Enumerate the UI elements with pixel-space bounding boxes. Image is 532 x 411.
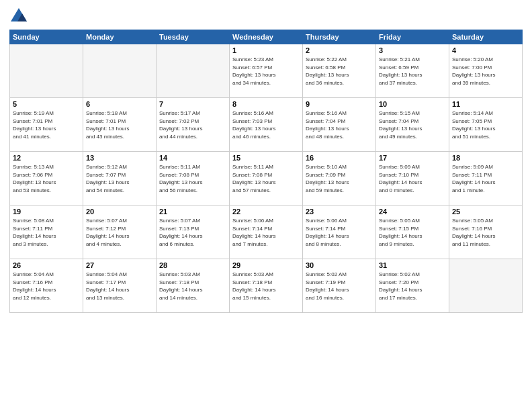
- calendar-cell: 28Sunrise: 5:03 AM Sunset: 7:18 PM Dayli…: [157, 259, 230, 313]
- weekday-header-row: SundayMondayTuesdayWednesdayThursdayFrid…: [10, 30, 523, 44]
- weekday-header-saturday: Saturday: [449, 30, 523, 44]
- day-detail: Sunrise: 5:14 AM Sunset: 7:05 PM Dayligh…: [452, 109, 519, 140]
- day-detail: Sunrise: 5:17 AM Sunset: 7:02 PM Dayligh…: [159, 109, 226, 140]
- day-detail: Sunrise: 5:07 AM Sunset: 7:12 PM Dayligh…: [86, 217, 153, 248]
- calendar-week-5: 26Sunrise: 5:04 AM Sunset: 7:16 PM Dayli…: [10, 259, 523, 313]
- day-number: 3: [379, 46, 446, 54]
- calendar-cell: 25Sunrise: 5:05 AM Sunset: 7:16 PM Dayli…: [449, 205, 523, 259]
- calendar-cell: 9Sunrise: 5:16 AM Sunset: 7:04 PM Daylig…: [303, 98, 376, 152]
- calendar-cell: [83, 44, 157, 98]
- day-detail: Sunrise: 5:21 AM Sunset: 6:59 PM Dayligh…: [379, 56, 446, 87]
- day-detail: Sunrise: 5:16 AM Sunset: 7:04 PM Dayligh…: [306, 109, 373, 140]
- day-number: 21: [159, 208, 226, 216]
- day-number: 6: [86, 100, 153, 108]
- calendar-cell: 14Sunrise: 5:11 AM Sunset: 7:08 PM Dayli…: [157, 152, 230, 205]
- day-number: 14: [159, 154, 226, 162]
- day-detail: Sunrise: 5:02 AM Sunset: 7:19 PM Dayligh…: [306, 271, 373, 302]
- calendar-cell: [10, 44, 83, 98]
- day-number: 17: [379, 154, 446, 162]
- day-detail: Sunrise: 5:11 AM Sunset: 7:08 PM Dayligh…: [232, 163, 300, 194]
- day-number: 23: [306, 208, 373, 216]
- calendar-cell: 2Sunrise: 5:22 AM Sunset: 6:58 PM Daylig…: [303, 44, 376, 98]
- day-number: 4: [452, 46, 519, 54]
- calendar-cell: 20Sunrise: 5:07 AM Sunset: 7:12 PM Dayli…: [83, 205, 157, 259]
- day-number: 13: [86, 154, 153, 162]
- day-number: 26: [13, 261, 80, 269]
- day-number: 16: [306, 154, 373, 162]
- day-number: 11: [452, 100, 519, 108]
- day-number: 19: [13, 208, 80, 216]
- day-detail: Sunrise: 5:23 AM Sunset: 6:57 PM Dayligh…: [232, 56, 300, 87]
- calendar-cell: 12Sunrise: 5:13 AM Sunset: 7:06 PM Dayli…: [10, 152, 83, 205]
- page: SundayMondayTuesdayWednesdayThursdayFrid…: [0, 0, 532, 411]
- day-number: 15: [232, 154, 300, 162]
- day-detail: Sunrise: 5:03 AM Sunset: 7:18 PM Dayligh…: [159, 271, 226, 302]
- calendar-cell: 31Sunrise: 5:02 AM Sunset: 7:20 PM Dayli…: [376, 259, 449, 313]
- day-number: 27: [86, 261, 153, 269]
- calendar-cell: 15Sunrise: 5:11 AM Sunset: 7:08 PM Dayli…: [230, 152, 303, 205]
- weekday-header-tuesday: Tuesday: [157, 30, 230, 44]
- day-detail: Sunrise: 5:06 AM Sunset: 7:14 PM Dayligh…: [232, 217, 300, 248]
- day-number: 2: [306, 46, 373, 54]
- calendar-cell: 27Sunrise: 5:04 AM Sunset: 7:17 PM Dayli…: [83, 259, 157, 313]
- day-number: 10: [379, 100, 446, 108]
- day-number: 12: [13, 154, 80, 162]
- calendar-cell: [449, 259, 523, 313]
- day-detail: Sunrise: 5:10 AM Sunset: 7:09 PM Dayligh…: [306, 163, 373, 194]
- calendar-cell: 29Sunrise: 5:03 AM Sunset: 7:18 PM Dayli…: [230, 259, 303, 313]
- calendar-table: SundayMondayTuesdayWednesdayThursdayFrid…: [9, 30, 523, 313]
- calendar-cell: 18Sunrise: 5:09 AM Sunset: 7:11 PM Dayli…: [449, 152, 523, 205]
- calendar-cell: 13Sunrise: 5:12 AM Sunset: 7:07 PM Dayli…: [83, 152, 157, 205]
- calendar-cell: 23Sunrise: 5:06 AM Sunset: 7:14 PM Dayli…: [303, 205, 376, 259]
- weekday-header-monday: Monday: [83, 30, 157, 44]
- weekday-header-wednesday: Wednesday: [230, 30, 303, 44]
- day-detail: Sunrise: 5:03 AM Sunset: 7:18 PM Dayligh…: [232, 271, 300, 302]
- day-detail: Sunrise: 5:04 AM Sunset: 7:16 PM Dayligh…: [13, 271, 80, 302]
- calendar-cell: 10Sunrise: 5:15 AM Sunset: 7:04 PM Dayli…: [376, 98, 449, 152]
- day-number: 5: [13, 100, 80, 108]
- day-number: 25: [452, 208, 519, 216]
- day-detail: Sunrise: 5:05 AM Sunset: 7:15 PM Dayligh…: [379, 217, 446, 248]
- calendar-cell: 8Sunrise: 5:16 AM Sunset: 7:03 PM Daylig…: [230, 98, 303, 152]
- calendar-cell: 4Sunrise: 5:20 AM Sunset: 7:00 PM Daylig…: [449, 44, 523, 98]
- calendar-week-3: 12Sunrise: 5:13 AM Sunset: 7:06 PM Dayli…: [10, 152, 523, 205]
- calendar-cell: 11Sunrise: 5:14 AM Sunset: 7:05 PM Dayli…: [449, 98, 523, 152]
- weekday-header-sunday: Sunday: [10, 30, 83, 44]
- day-detail: Sunrise: 5:18 AM Sunset: 7:01 PM Dayligh…: [86, 109, 153, 140]
- day-number: 28: [159, 261, 226, 269]
- logo-icon: [9, 7, 28, 26]
- day-detail: Sunrise: 5:20 AM Sunset: 7:00 PM Dayligh…: [452, 56, 519, 87]
- weekday-header-thursday: Thursday: [303, 30, 376, 44]
- day-number: 1: [232, 46, 300, 54]
- day-number: 8: [232, 100, 300, 108]
- day-number: 29: [232, 261, 300, 269]
- day-number: 7: [159, 100, 226, 108]
- calendar-cell: 7Sunrise: 5:17 AM Sunset: 7:02 PM Daylig…: [157, 98, 230, 152]
- calendar-cell: 30Sunrise: 5:02 AM Sunset: 7:19 PM Dayli…: [303, 259, 376, 313]
- calendar-cell: 6Sunrise: 5:18 AM Sunset: 7:01 PM Daylig…: [83, 98, 157, 152]
- day-detail: Sunrise: 5:19 AM Sunset: 7:01 PM Dayligh…: [13, 109, 80, 140]
- calendar-week-2: 5Sunrise: 5:19 AM Sunset: 7:01 PM Daylig…: [10, 98, 523, 152]
- day-number: 31: [379, 261, 446, 269]
- day-number: 18: [452, 154, 519, 162]
- header: [9, 7, 523, 26]
- day-detail: Sunrise: 5:07 AM Sunset: 7:13 PM Dayligh…: [159, 217, 226, 248]
- calendar-cell: 24Sunrise: 5:05 AM Sunset: 7:15 PM Dayli…: [376, 205, 449, 259]
- day-number: 22: [232, 208, 300, 216]
- calendar-cell: 5Sunrise: 5:19 AM Sunset: 7:01 PM Daylig…: [10, 98, 83, 152]
- day-detail: Sunrise: 5:08 AM Sunset: 7:11 PM Dayligh…: [13, 217, 80, 248]
- calendar-cell: 17Sunrise: 5:09 AM Sunset: 7:10 PM Dayli…: [376, 152, 449, 205]
- day-detail: Sunrise: 5:02 AM Sunset: 7:20 PM Dayligh…: [379, 271, 446, 302]
- day-detail: Sunrise: 5:13 AM Sunset: 7:06 PM Dayligh…: [13, 163, 80, 194]
- day-number: 9: [306, 100, 373, 108]
- day-number: 30: [306, 261, 373, 269]
- day-detail: Sunrise: 5:22 AM Sunset: 6:58 PM Dayligh…: [306, 56, 373, 87]
- calendar-cell: 19Sunrise: 5:08 AM Sunset: 7:11 PM Dayli…: [10, 205, 83, 259]
- day-detail: Sunrise: 5:11 AM Sunset: 7:08 PM Dayligh…: [159, 163, 226, 194]
- day-detail: Sunrise: 5:09 AM Sunset: 7:10 PM Dayligh…: [379, 163, 446, 194]
- weekday-header-friday: Friday: [376, 30, 449, 44]
- day-detail: Sunrise: 5:16 AM Sunset: 7:03 PM Dayligh…: [232, 109, 300, 140]
- calendar-cell: 26Sunrise: 5:04 AM Sunset: 7:16 PM Dayli…: [10, 259, 83, 313]
- calendar-cell: 22Sunrise: 5:06 AM Sunset: 7:14 PM Dayli…: [230, 205, 303, 259]
- logo: [9, 7, 31, 26]
